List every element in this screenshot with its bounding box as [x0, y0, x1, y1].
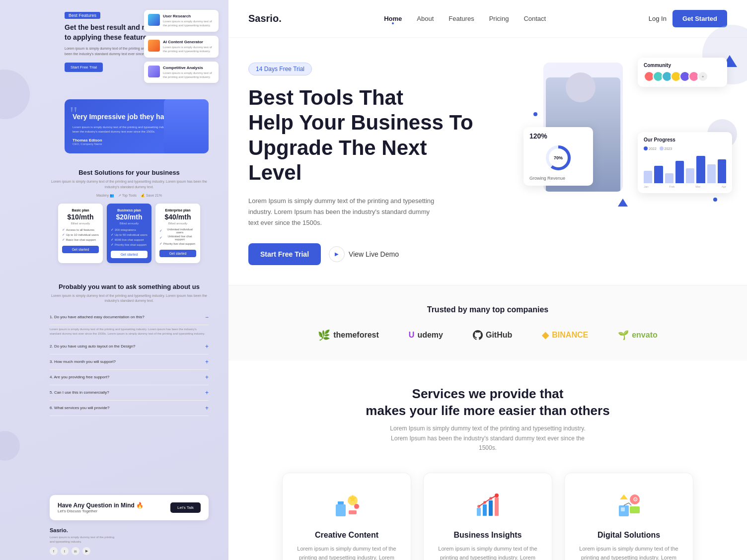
svg-rect-22: [630, 506, 640, 513]
deco-circle-top: [0, 70, 30, 119]
testimonial-image: [164, 99, 209, 153]
start-free-trial-button[interactable]: Start Free Trial: [248, 243, 321, 265]
instagram-icon[interactable]: in: [72, 547, 79, 555]
nav-link-home[interactable]: Home: [384, 15, 402, 22]
bar-chart: [644, 153, 726, 183]
svg-line-24: [629, 503, 631, 505]
svg-point-16: [477, 505, 480, 508]
services-title: Services we provide that makes your life…: [248, 386, 727, 420]
nav-actions: Log In Get Started: [649, 10, 727, 27]
faq-item-6[interactable]: 6. What services you will provide? +: [50, 401, 209, 416]
faq-toggle[interactable]: +: [205, 343, 209, 350]
footer-desc: Lorem ipsum is simply dummy text of the …: [50, 535, 119, 544]
footer-cta-title: Have Any Question in Mind 🔥: [58, 502, 144, 509]
user-research-icon: [148, 14, 160, 26]
business-insights-icon: [470, 488, 505, 523]
feature-desc: Lorem ipsum is simply dummy text of the …: [163, 71, 215, 79]
hero-section: 14 Days Free Trial Best Tools That Help …: [228, 38, 747, 285]
faq-item-4[interactable]: 4. Are you providing free support? +: [50, 370, 209, 385]
faq-toggle[interactable]: +: [205, 405, 209, 412]
youtube-icon[interactable]: ▶: [82, 547, 90, 555]
svg-point-14: [489, 497, 492, 500]
pricing-period: Billed annually: [62, 222, 99, 225]
solutions-desc: Lorem ipsum is simply dummy text of the …: [50, 179, 209, 190]
hero-badge: 14 Days Free Trial: [248, 63, 312, 75]
svg-text:⚙: ⚙: [633, 496, 638, 503]
pricing-get-started-featured[interactable]: Get started: [111, 251, 148, 258]
logo-github: GitHub: [473, 330, 512, 340]
svg-rect-12: [495, 497, 499, 516]
services-desc: Lorem Ipsum is simply dummy text of the …: [388, 424, 587, 453]
pricing-feature: Priority live chat support: [111, 243, 148, 247]
faq-toggle[interactable]: +: [205, 358, 209, 365]
avatar-more: +: [697, 71, 708, 82]
pricing-get-started-enterprise[interactable]: Get started: [159, 250, 196, 257]
service-card-title: Digital Solutions: [577, 531, 681, 540]
pricing-card-business: Business plan $20/mth Billed annually 20…: [107, 204, 151, 263]
right-panel: Sasrio. Home About Features Pricing Cont…: [228, 0, 747, 560]
svg-rect-2: [336, 504, 346, 516]
bar-2: [654, 166, 663, 183]
faq-question: 4. Are you providing free support?: [50, 375, 109, 379]
creative-content-icon-wrap: [329, 488, 364, 523]
pricing-feature: Up to 50 individual users: [111, 233, 148, 237]
svg-rect-10: [483, 504, 487, 516]
service-card-desc: Lorem ipsum is simply dummy text of the …: [436, 545, 540, 560]
hero-title-line1: Best Tools That: [248, 86, 403, 109]
faq-toggle[interactable]: +: [205, 389, 209, 396]
nav-link-contact[interactable]: Contact: [523, 15, 546, 22]
login-button[interactable]: Log In: [649, 15, 667, 22]
faq-toggle-expand[interactable]: −: [205, 314, 209, 321]
faq-item-1[interactable]: 1. Do you have attached easy documentati…: [50, 310, 209, 325]
solutions-logos: Mastery 👥 ↗ Top Tools 💰 Save 21%: [50, 194, 209, 198]
feature-title: Competitive Analysis: [163, 66, 215, 70]
nav-link-about[interactable]: About: [417, 15, 434, 22]
deco-triangle-bottom: [618, 199, 628, 207]
view-live-demo-button[interactable]: ▶ View Live Demo: [329, 246, 399, 262]
footer-cta-button[interactable]: Let's Talk: [170, 502, 201, 513]
feature-card-user-research: User Research Lorem ipsum is simply dumm…: [144, 10, 219, 32]
footer-cta-sub: Let's Discuss Together: [58, 509, 144, 513]
services-title-line2: makes your life more easier than others: [366, 403, 609, 418]
pricing-feature: Basic live chat support: [62, 238, 99, 242]
legend-2022: 2022: [644, 146, 657, 150]
twitter-icon[interactable]: t: [61, 547, 69, 555]
svg-marker-19: [620, 494, 628, 499]
digital-solutions-icon: ⚙: [611, 488, 646, 523]
facebook-icon[interactable]: f: [50, 547, 58, 555]
deco-dot-left: [533, 112, 537, 116]
pricing-get-started[interactable]: Get started: [62, 246, 99, 253]
feature-desc: Lorem ipsum is simply dummy text of the …: [163, 19, 215, 28]
faq-toggle[interactable]: +: [205, 374, 209, 381]
ai-icon: [148, 40, 160, 52]
faq-item-3[interactable]: 3. How much month you will support? +: [50, 354, 209, 370]
services-title-line1: Services we provide that: [412, 386, 564, 401]
svg-line-23: [624, 503, 629, 505]
hero-desc: Lorem Ipsum is simply dummy text of the …: [248, 196, 437, 228]
pricing-feature: 200 integrations: [111, 228, 148, 232]
faq-question: 1. Do you have attached easy documentati…: [50, 315, 145, 319]
feature-card-text: Competitive Analysis Lorem ipsum is simp…: [163, 66, 215, 79]
hero-title-line3: Upgrade The Next Level: [248, 136, 427, 184]
pricing-period: Billed annually: [159, 222, 196, 225]
footer-social: f t in ▶: [50, 547, 209, 555]
feature-cards: User Research Lorem ipsum is simply dumm…: [144, 10, 219, 87]
deco-circle-bottom: [0, 431, 20, 461]
get-started-button[interactable]: Get Started: [672, 10, 727, 27]
left-panel: Best Features Get the best result and ma…: [0, 0, 228, 560]
faq-item-2[interactable]: 2. Do you have using auto layout on the …: [50, 339, 209, 354]
progress-title: Our Progress: [644, 137, 726, 142]
nav-link-pricing[interactable]: Pricing: [489, 15, 509, 22]
progress-card: Our Progress 2022 2023 JanFebMarApr: [638, 132, 732, 193]
hero-title: Best Tools That Help Your Business To Up…: [248, 85, 477, 186]
nav-link-features[interactable]: Features: [448, 15, 474, 22]
pricing-price: $20/mth: [111, 213, 148, 221]
free-trial-button[interactable]: Start Free Trial: [65, 63, 103, 72]
faq-item-5[interactable]: 5. Can I use this in commercially? +: [50, 385, 209, 401]
gauge-label: 70%: [554, 155, 563, 160]
deco-dot-right: [713, 198, 717, 202]
trusted-title: Trusted by many top companies: [248, 305, 727, 314]
bar-5: [686, 168, 694, 183]
hero-actions: Start Free Trial ▶ View Live Demo: [248, 243, 477, 265]
feature-card-competitive: Competitive Analysis Lorem ipsum is simp…: [144, 62, 219, 83]
